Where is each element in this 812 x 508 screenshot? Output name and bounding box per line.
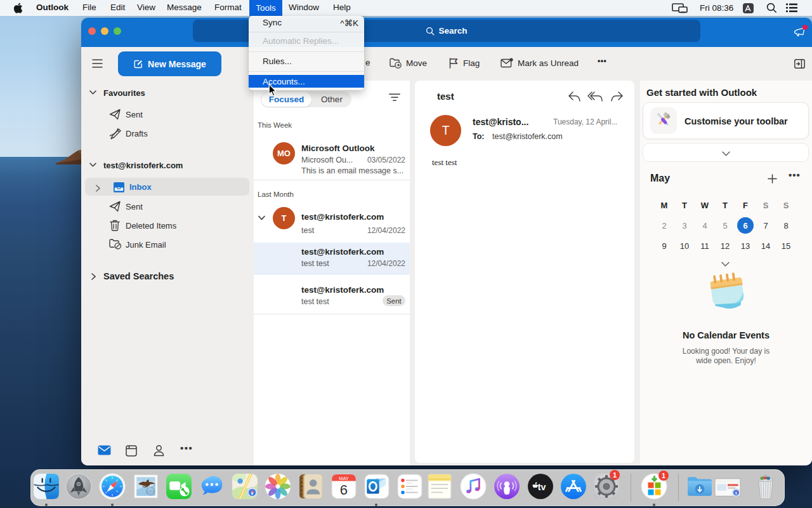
svg-text:MAY: MAY [339,476,348,481]
svg-text:6: 6 [340,482,348,498]
svg-text:tv: tv [538,482,546,492]
